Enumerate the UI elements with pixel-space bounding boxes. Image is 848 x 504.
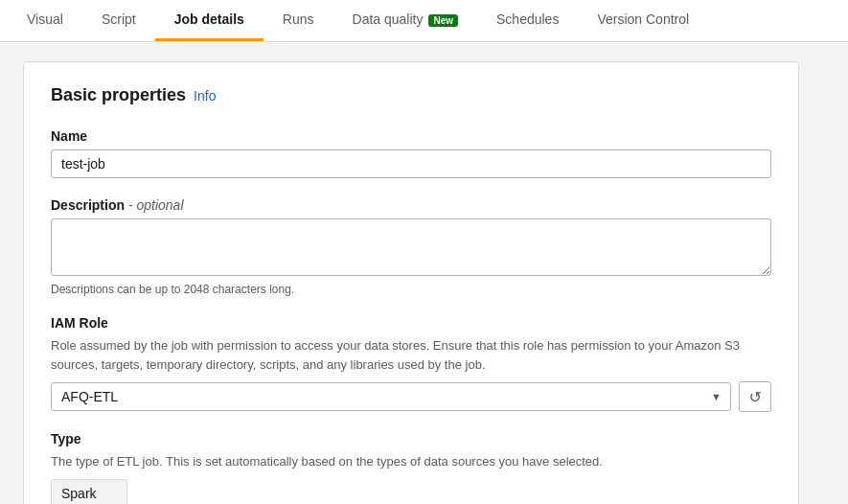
main-content: Basic properties Info Name Description -… [0, 42, 848, 504]
description-label: Description - optional [51, 197, 771, 213]
type-value: Spark [51, 479, 127, 505]
iam-role-select-wrapper: AFQ-ETL ▼ [51, 382, 731, 411]
refresh-icon: ↻ [749, 388, 762, 406]
iam-role-field-group: IAM Role Role assumed by the job with pe… [51, 315, 771, 412]
name-field-group: Name [51, 128, 771, 178]
iam-role-label: IAM Role [51, 315, 771, 331]
type-label: Type [51, 431, 771, 447]
iam-role-select-row: AFQ-ETL ▼ ↻ [51, 381, 771, 412]
optional-text: - optional [128, 197, 184, 213]
tab-bar: Visual Script Job details Runs Data qual… [0, 0, 848, 42]
tab-visual[interactable]: Visual [8, 0, 82, 41]
tab-job-details[interactable]: Job details [155, 0, 264, 41]
new-badge: New [428, 14, 458, 27]
description-field-group: Description - optional Descriptions can … [51, 197, 771, 296]
basic-properties-card: Basic properties Info Name Description -… [23, 61, 799, 504]
type-description: The type of ETL job. This is set automat… [51, 452, 771, 471]
iam-role-select[interactable]: AFQ-ETL [51, 382, 731, 411]
refresh-button[interactable]: ↻ [739, 381, 771, 412]
tab-schedules[interactable]: Schedules [477, 0, 578, 41]
card-title-section: Basic properties Info [51, 85, 771, 105]
tab-data-quality[interactable]: Data qualityNew [333, 0, 478, 41]
iam-role-description: Role assumed by the job with permission … [51, 336, 771, 374]
name-input[interactable] [51, 149, 771, 178]
card-title-text: Basic properties [51, 85, 186, 105]
tab-runs[interactable]: Runs [264, 0, 333, 41]
tab-script[interactable]: Script [82, 0, 155, 41]
info-link[interactable]: Info [194, 88, 216, 103]
tab-version-control[interactable]: Version Control [578, 0, 708, 41]
name-label: Name [51, 128, 771, 144]
description-hint: Descriptions can be up to 2048 character… [51, 283, 771, 296]
type-field-group: Type The type of ETL job. This is set au… [51, 431, 771, 504]
description-textarea[interactable] [51, 218, 771, 276]
